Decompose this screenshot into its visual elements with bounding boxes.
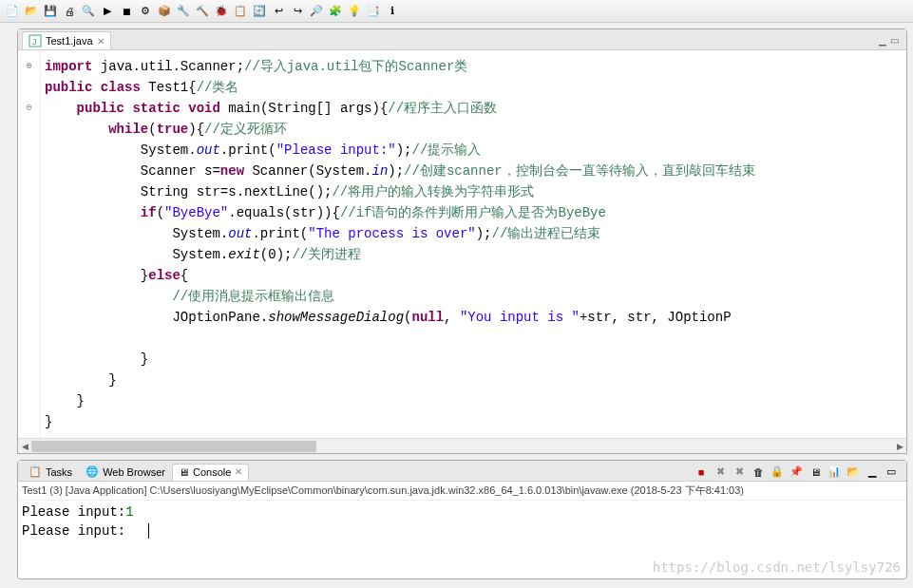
scroll-right-icon[interactable]: ▶ [893,439,906,454]
tab-web-browser[interactable]: 🌐 Web Browser [79,463,172,481]
console-process-header: Test1 (3) [Java Application] C:\Users\lu… [18,482,906,501]
maximize-console-icon[interactable]: ▭ [884,465,899,480]
toolbar-info-icon[interactable]: ℹ [384,3,401,20]
console-line: Please input:1 [22,503,903,522]
console-tab-bar: 📋 Tasks 🌐 Web Browser 🖥 Console ✕ ■ ✖ ✖ … [18,461,906,482]
scroll-left-icon[interactable]: ◀ [18,439,31,454]
minimize-editor-icon[interactable]: ▁ [879,35,886,46]
toolbar-build-icon[interactable]: 🔨 [194,3,211,20]
gutter-fold-icon[interactable]: ⊖ [18,98,40,119]
close-console-tab-icon[interactable]: ✕ [235,466,242,477]
toolbar-plugin-icon[interactable]: 🧩 [327,3,344,20]
close-tab-icon[interactable]: ✕ [97,36,105,47]
toolbar-refresh-icon[interactable]: 🔄 [251,3,268,20]
maximize-editor-icon[interactable]: ▭ [890,35,899,46]
toolbar-print-icon[interactable]: 🖨 [61,3,78,20]
display-selected-button[interactable]: 🖥 [808,465,823,480]
main-toolbar: 📄 📂 💾 🖨 🔍 ▶ ⏹ ⚙ 📦 🔧 🔨 🐞 📋 🔄 ↩ ↪ 🔎 🧩 💡 📑 … [0,0,913,23]
remove-all-button[interactable]: ✖ [732,465,747,480]
left-strip [0,28,15,454]
open-console-button[interactable]: 📊 [827,465,842,480]
toolbar-wrench-icon[interactable]: 🔧 [175,3,192,20]
console-icon: 🖥 [179,466,189,478]
java-file-icon: J [29,34,42,47]
tab-tasks[interactable]: 📋 Tasks [22,463,79,481]
toolbar-docs-icon[interactable]: 📑 [365,3,382,20]
editor-tab-bar: J Test1.java ✕ ▁ ▭ [18,29,906,50]
toolbar-stop-icon[interactable]: ⏹ [118,3,135,20]
toolbar-package-icon[interactable]: 📦 [156,3,173,20]
editor-tab-test1[interactable]: J Test1.java ✕ [22,31,111,49]
console-line: Please input: [22,522,903,541]
remove-launch-button[interactable]: ✖ [713,465,728,480]
editor-panel: J Test1.java ✕ ▁ ▭ ⊕ ⊖ import java.util.… [17,28,907,454]
toolbar-redo-icon[interactable]: ↪ [289,3,306,20]
console-output[interactable]: Please input:1 Please input: https://blo… [18,501,906,579]
text-cursor-icon [148,523,149,539]
watermark-text: https://blog.csdn.net/lsylsy726 [653,558,901,577]
toolbar-new-icon[interactable]: 📄 [4,3,21,20]
terminate-button[interactable]: ■ [694,465,709,480]
toolbar-open-icon[interactable]: 📂 [23,3,40,20]
scroll-thumb[interactable] [31,441,316,452]
toolbar-save-icon[interactable]: 💾 [42,3,59,20]
toolbar-run-icon[interactable]: ▶ [99,3,116,20]
toolbar-undo-icon[interactable]: ↩ [270,3,287,20]
tab-console[interactable]: 🖥 Console ✕ [172,464,249,481]
toolbar-find-icon[interactable]: 🔎 [308,3,325,20]
editor-tab-label: Test1.java [46,35,93,47]
globe-icon: 🌐 [86,465,99,478]
new-console-icon[interactable]: 📂 [846,465,861,480]
tab-browser-label: Web Browser [103,466,165,478]
toolbar-hint-icon[interactable]: 💡 [346,3,363,20]
scroll-lock-button[interactable]: 🔒 [770,465,785,480]
minimize-console-icon[interactable]: ▁ [865,465,880,480]
toolbar-settings-icon[interactable]: ⚙ [137,3,154,20]
code-content[interactable]: import java.util.Scanner;//导入java.util包下… [41,50,906,438]
svg-text:J: J [32,37,37,47]
toolbar-search-icon[interactable]: 🔍 [80,3,97,20]
clear-console-button[interactable]: 🗑 [751,465,766,480]
toolbar-debug-icon[interactable]: 🐞 [213,3,230,20]
gutter: ⊕ ⊖ [18,50,41,438]
toolbar-clipboard-icon[interactable]: 📋 [232,3,249,20]
pin-console-button[interactable]: 📌 [789,465,804,480]
tasks-icon: 📋 [29,465,42,478]
tab-console-label: Console [193,466,231,478]
console-panel: 📋 Tasks 🌐 Web Browser 🖥 Console ✕ ■ ✖ ✖ … [17,460,907,579]
tab-tasks-label: Tasks [46,466,72,478]
code-editor[interactable]: ⊕ ⊖ import java.util.Scanner;//导入java.ut… [18,50,906,438]
gutter-import-icon[interactable]: ⊕ [18,56,40,77]
horizontal-scrollbar[interactable]: ◀ ▶ [18,438,906,453]
